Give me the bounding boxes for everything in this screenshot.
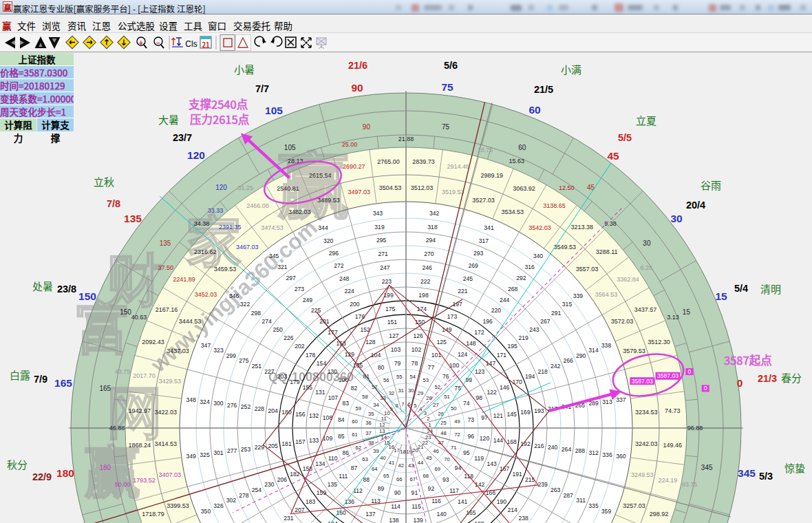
svg-text:86: 86	[342, 449, 349, 456]
svg-text:40.63: 40.63	[131, 314, 147, 321]
svg-text:190: 190	[497, 498, 507, 505]
svg-text:165: 165	[99, 385, 111, 392]
svg-text:85: 85	[338, 433, 345, 440]
svg-text:326: 326	[213, 502, 224, 509]
svg-text:98: 98	[476, 394, 482, 401]
svg-text:103: 103	[391, 346, 401, 353]
svg-text:压力2615点: 压力2615点	[190, 111, 250, 127]
svg-text:2690.27: 2690.27	[343, 163, 365, 170]
svg-text:5/6: 5/6	[444, 60, 458, 71]
svg-text:3587.03: 3587.03	[632, 378, 653, 385]
svg-text:13: 13	[379, 428, 385, 434]
svg-text:275: 275	[239, 357, 249, 364]
svg-text:347: 347	[201, 342, 211, 349]
svg-text:102: 102	[412, 346, 422, 353]
svg-text:151: 151	[387, 319, 398, 325]
svg-text:216: 216	[534, 442, 544, 449]
svg-text:21/5: 21/5	[534, 84, 553, 95]
svg-text:321: 321	[277, 264, 288, 270]
svg-text:298.92: 298.92	[650, 511, 669, 517]
svg-text:56: 56	[383, 377, 389, 383]
svg-text:294: 294	[426, 237, 436, 244]
svg-text:277: 277	[227, 447, 237, 454]
svg-text:228: 228	[255, 405, 265, 412]
svg-text:122: 122	[487, 389, 498, 396]
svg-text:319: 319	[374, 224, 385, 231]
svg-text:342: 342	[429, 210, 440, 217]
svg-text:111: 111	[339, 473, 348, 480]
svg-text:春分: 春分	[781, 370, 802, 385]
svg-text:3234.53: 3234.53	[635, 409, 658, 416]
svg-text:338: 338	[601, 342, 612, 349]
svg-text:292: 292	[516, 275, 526, 281]
svg-text:2167.16: 2167.16	[156, 306, 178, 313]
svg-text:160: 160	[336, 509, 346, 516]
svg-text:222: 222	[420, 278, 431, 285]
svg-text:316: 316	[524, 264, 535, 270]
svg-text:46.88: 46.88	[109, 425, 125, 431]
svg-text:317: 317	[479, 237, 489, 244]
svg-text:70: 70	[444, 456, 449, 462]
svg-text:268: 268	[508, 286, 518, 292]
svg-text:115: 115	[412, 503, 421, 510]
svg-text:3519.53: 3519.53	[442, 189, 464, 195]
svg-text:28: 28	[426, 395, 431, 401]
svg-text:291: 291	[551, 310, 562, 317]
svg-text:47: 47	[438, 440, 444, 446]
svg-text:90: 90	[394, 489, 401, 496]
svg-text:3474.53: 3474.53	[261, 224, 284, 231]
svg-text:348: 348	[186, 396, 197, 403]
svg-text:12.50: 12.50	[559, 184, 575, 191]
svg-text:180: 180	[56, 467, 74, 479]
svg-text:59: 59	[355, 405, 361, 412]
svg-text:21: 21	[202, 39, 210, 50]
svg-text:200: 200	[350, 301, 360, 308]
svg-text:194: 194	[525, 373, 535, 380]
svg-text:3497.03: 3497.03	[348, 189, 370, 195]
svg-text:63: 63	[362, 456, 367, 462]
svg-text:145: 145	[507, 411, 517, 418]
svg-text:311: 311	[576, 497, 586, 504]
svg-text:32: 32	[389, 390, 394, 396]
svg-text:3527.03: 3527.03	[472, 197, 495, 204]
svg-text:0: 0	[704, 385, 707, 392]
svg-text:74.73: 74.73	[665, 407, 681, 414]
svg-text:181: 181	[281, 440, 292, 447]
svg-text:295: 295	[376, 237, 387, 244]
svg-text:343: 343	[373, 210, 383, 217]
svg-text:3414.53: 3414.53	[154, 440, 177, 447]
svg-text:3138.65: 3138.65	[543, 202, 566, 209]
svg-text:54: 54	[410, 374, 416, 380]
svg-text:3444.53: 3444.53	[179, 318, 202, 325]
svg-text:104: 104	[371, 352, 381, 359]
svg-text:130: 130	[328, 368, 338, 375]
svg-text:1: 1	[429, 422, 431, 428]
svg-text:30: 30	[408, 387, 414, 394]
svg-text:137: 137	[365, 511, 376, 517]
svg-text:198: 198	[418, 292, 429, 299]
svg-text:157: 157	[295, 438, 306, 445]
svg-text:272: 272	[334, 262, 344, 269]
svg-text:263: 263	[551, 487, 561, 493]
svg-text:46: 46	[433, 448, 438, 454]
svg-text:139: 139	[413, 517, 423, 523]
svg-text:143: 143	[487, 460, 498, 467]
svg-text:52: 52	[434, 384, 440, 390]
svg-text:271: 271	[378, 250, 389, 257]
svg-text:小暑: 小暑	[234, 62, 255, 76]
svg-text:3572.03: 3572.03	[611, 318, 634, 325]
svg-text:小满: 小满	[561, 62, 581, 76]
svg-text:243: 243	[529, 326, 539, 333]
svg-text:2391.35: 2391.35	[219, 224, 242, 231]
svg-text:3542.03: 3542.03	[528, 224, 551, 231]
svg-text:251: 251	[252, 363, 262, 370]
svg-text:89: 89	[378, 485, 385, 492]
svg-text:1718.79: 1718.79	[142, 511, 164, 517]
svg-text:3489.53: 3489.53	[317, 197, 340, 204]
svg-text:179: 179	[290, 378, 300, 385]
svg-text:2092.43: 2092.43	[142, 339, 164, 345]
svg-text:107: 107	[328, 394, 339, 401]
svg-text:3534.53: 3534.53	[502, 209, 524, 215]
svg-text:301: 301	[213, 449, 224, 456]
svg-text:61: 61	[352, 431, 357, 438]
